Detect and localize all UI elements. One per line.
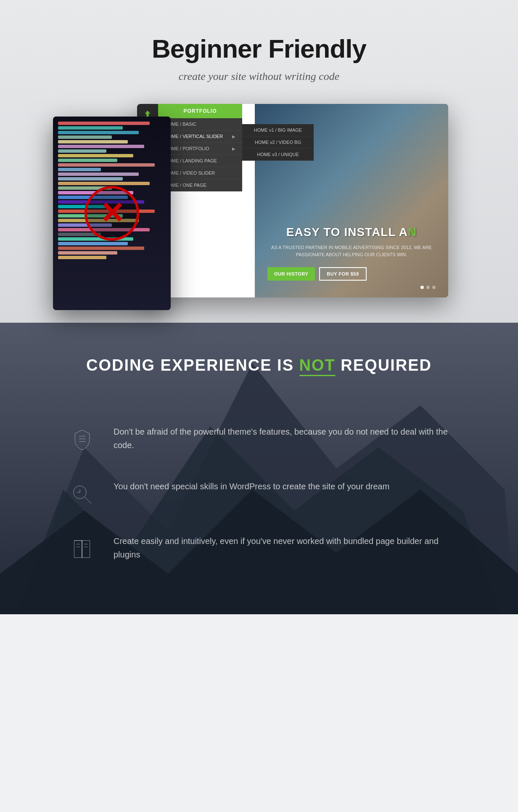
buy-button[interactable]: BUY FOR $59 bbox=[319, 267, 366, 281]
menu-item-video-slider[interactable]: HOME / VIDEO SLIDER bbox=[158, 167, 242, 179]
menu-item-vertical-slider[interactable]: HOME / VERTICAL SLIDER ▶ bbox=[158, 130, 242, 143]
code-line bbox=[58, 154, 133, 157]
feature-text-1: Don't be afraid of the powerful theme's … bbox=[114, 425, 451, 452]
page-title: Beginner Friendly bbox=[8, 34, 510, 64]
feature-desc-2: You don't need special skills in WordPre… bbox=[114, 480, 451, 493]
code-line bbox=[58, 131, 139, 134]
feature-text-3: Create easily and intuitively, even if y… bbox=[114, 534, 451, 561]
menu-item-portfolio[interactable]: HOME / PORTFOLIO ▶ bbox=[158, 143, 242, 155]
browser-mockup: ✕ bbox=[70, 104, 448, 323]
shield-feature-icon bbox=[67, 425, 97, 454]
menu-item-label: HOME / VIDEO SLIDER bbox=[165, 170, 215, 175]
book-feature-icon bbox=[67, 534, 97, 564]
hero-subtext: AS A TRUSTED PARTNER IN MOBILE ADVERTISI… bbox=[267, 244, 436, 259]
our-history-button[interactable]: OUR HISTORY bbox=[267, 267, 315, 281]
slider-dot-2[interactable] bbox=[426, 286, 430, 289]
sub-menu: HOME v1 / BIG IMAGE HOME v2 / VIDEO BG H… bbox=[242, 124, 314, 161]
code-line bbox=[58, 159, 117, 162]
code-line bbox=[58, 149, 106, 153]
code-line bbox=[58, 251, 117, 255]
code-line bbox=[58, 172, 139, 176]
no-coding-indicator: ✕ bbox=[85, 186, 139, 241]
feature-desc-3: Create easily and intuitively, even if y… bbox=[114, 534, 451, 561]
menu-item-one-page[interactable]: HOME / ONE PAGE bbox=[158, 179, 242, 191]
chevron-right-icon: ▶ bbox=[232, 146, 235, 151]
sub-menu-item-v1[interactable]: HOME v1 / BIG IMAGE bbox=[242, 124, 314, 136]
code-line bbox=[58, 140, 128, 143]
magnifier-icon bbox=[71, 483, 94, 506]
menu-item-label: HOME / ONE PAGE bbox=[165, 183, 206, 188]
coding-headline: CODING EXPERIENCE IS NOT REQUIRED bbox=[17, 356, 501, 374]
slider-dot-1[interactable] bbox=[420, 286, 424, 289]
headline-part1: CODING EXPERIENCE IS bbox=[86, 356, 299, 374]
code-line bbox=[58, 163, 155, 167]
code-line bbox=[58, 145, 144, 148]
slider-dots bbox=[420, 286, 436, 289]
code-line bbox=[58, 126, 123, 130]
code-editor: ✕ bbox=[53, 117, 171, 310]
feature-item-book: Create easily and intuitively, even if y… bbox=[67, 534, 451, 564]
dropdown-menu: PORTFOLIO HOME / BASIC HOME / VERTICAL S… bbox=[158, 104, 242, 191]
menu-item-label: HOME / VERTICAL SLIDER bbox=[165, 134, 223, 139]
hero-headline: EASY TO INSTALL AN bbox=[267, 226, 436, 239]
code-line bbox=[58, 242, 128, 245]
slider-dot-3[interactable] bbox=[432, 286, 436, 289]
sub-menu-item-v3[interactable]: HOME v3 / UNIQUE bbox=[242, 149, 314, 161]
code-line bbox=[58, 168, 101, 171]
hero-buttons: OUR HISTORY BUY FOR $59 bbox=[267, 267, 436, 281]
menu-item-label: HOME / PORTFOLIO bbox=[165, 146, 209, 151]
menu-item-label: HOME / LANDING PAGE bbox=[165, 158, 217, 163]
browser-window: 1 bbox=[137, 104, 448, 297]
code-line bbox=[58, 177, 123, 180]
menu-item-home-basic[interactable]: HOME / BASIC bbox=[158, 118, 242, 130]
feature-item-shield: Don't be afraid of the powerful theme's … bbox=[67, 425, 451, 454]
coding-headline-area: CODING EXPERIENCE IS NOT REQUIRED bbox=[0, 323, 518, 408]
sub-menu-item-v2[interactable]: HOME v2 / VIDEO BG bbox=[242, 136, 314, 149]
feature-text-2: You don't need special skills in WordPre… bbox=[114, 480, 451, 493]
chevron-right-icon: ▶ bbox=[232, 134, 235, 139]
features-area: Don't be afraid of the powerful theme's … bbox=[0, 408, 518, 614]
code-line bbox=[58, 122, 150, 125]
headline-not: NOT bbox=[299, 356, 336, 374]
menu-item-landing[interactable]: HOME / LANDING PAGE bbox=[158, 155, 242, 167]
feature-desc-1: Don't be afraid of the powerful theme's … bbox=[114, 425, 451, 452]
menu-header: PORTFOLIO bbox=[158, 104, 242, 118]
top-section: Beginner Friendly create your site witho… bbox=[0, 0, 518, 323]
page-subtitle: create your site without writing code bbox=[8, 70, 510, 83]
code-line bbox=[58, 247, 144, 250]
feature-item-search: You don't need special skills in WordPre… bbox=[67, 480, 451, 509]
bottom-section: CODING EXPERIENCE IS NOT REQUIRED Don't … bbox=[0, 323, 518, 614]
svg-line-16 bbox=[85, 497, 91, 504]
code-line bbox=[58, 256, 106, 259]
headline-part2: REQUIRED bbox=[336, 356, 432, 374]
code-line bbox=[58, 182, 150, 185]
x-mark: ✕ bbox=[100, 199, 124, 228]
book-icon bbox=[71, 538, 94, 561]
shield-icon bbox=[71, 428, 94, 451]
code-line bbox=[58, 135, 112, 139]
search-feature-icon bbox=[67, 480, 97, 509]
